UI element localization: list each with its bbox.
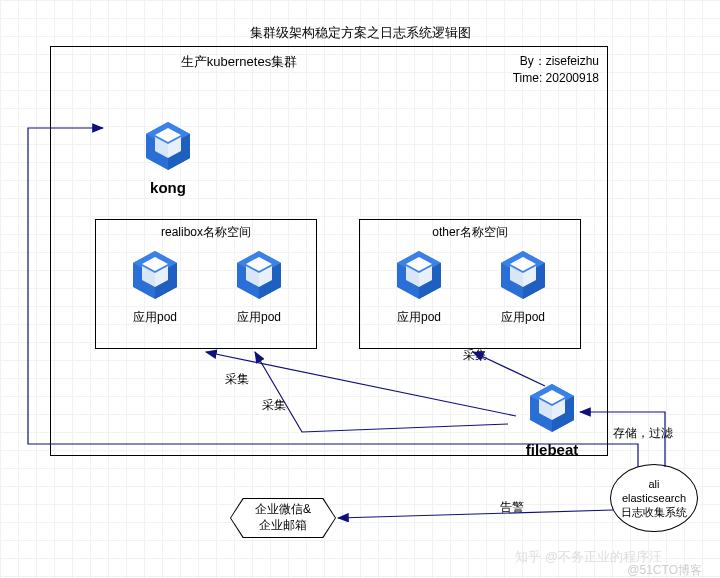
cube-icon — [232, 248, 286, 302]
es-line3: 日志收集系统 — [621, 505, 687, 519]
pod-node: 应用pod — [218, 248, 300, 326]
pod-label: 应用pod — [482, 309, 564, 326]
cube-icon — [128, 248, 182, 302]
cube-icon — [141, 119, 195, 173]
ns-title: realibox名称空间 — [96, 220, 316, 245]
es-line1: ali — [648, 477, 659, 491]
es-line2: elasticsearch — [622, 491, 686, 505]
wechat-mail-label: 企业微信& 企业邮箱 — [255, 502, 311, 533]
pod-label: 应用pod — [218, 309, 300, 326]
pod-node: 应用pod — [114, 248, 196, 326]
cube-icon — [496, 248, 550, 302]
edge-label-collect: 采集 — [463, 347, 487, 364]
cube-icon — [525, 381, 579, 435]
pod-node: 应用pod — [378, 248, 460, 326]
filebeat-node: filebeat — [507, 381, 597, 458]
pod-label: 应用pod — [114, 309, 196, 326]
meta-time: Time: 20200918 — [513, 70, 599, 87]
cluster-box: 生产kubernetes集群 By：zisefeizhu Time: 20200… — [50, 46, 608, 456]
watermark-51cto: @51CTO博客 — [627, 562, 702, 578]
kong-node: kong — [127, 119, 209, 196]
edge-label-collect: 采集 — [262, 397, 286, 414]
other-namespace: other名称空间 应用pod 应用pod — [359, 219, 581, 349]
edge-label-alert: 告警 — [500, 499, 524, 516]
edge-label-store: 存储，过滤 — [613, 425, 673, 442]
wechat-mail-node: 企业微信& 企业邮箱 — [231, 499, 335, 537]
cluster-meta: By：zisefeizhu Time: 20200918 — [513, 53, 599, 87]
pod-node: 应用pod — [482, 248, 564, 326]
elasticsearch-node: ali elasticsearch 日志收集系统 — [610, 464, 698, 532]
filebeat-label: filebeat — [507, 441, 597, 458]
meta-by: By：zisefeizhu — [513, 53, 599, 70]
ns-title: other名称空间 — [360, 220, 580, 245]
cluster-title: 生产kubernetes集群 — [51, 53, 427, 71]
edge-label-collect: 采集 — [225, 371, 249, 388]
realibox-namespace: realibox名称空间 应用pod 应用pod — [95, 219, 317, 349]
diagram-title: 集群级架构稳定方案之日志系统逻辑图 — [0, 24, 720, 42]
kong-label: kong — [127, 179, 209, 196]
pod-label: 应用pod — [378, 309, 460, 326]
cube-icon — [392, 248, 446, 302]
